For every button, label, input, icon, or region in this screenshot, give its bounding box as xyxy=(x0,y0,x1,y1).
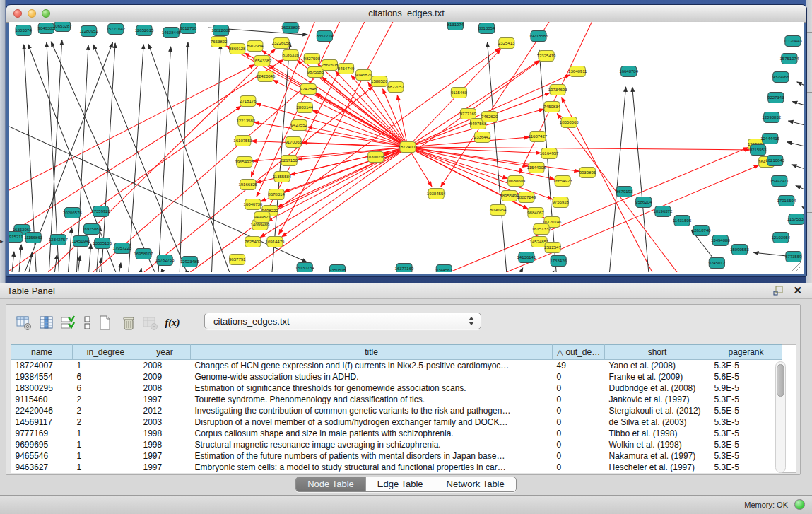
table-cell[interactable]: 0 xyxy=(553,450,605,462)
column-header-pagerank[interactable]: pagerank xyxy=(710,345,782,360)
table-cell[interactable]: 2008 xyxy=(139,360,191,372)
table-cell[interactable]: Dudbridge et al. (2008) xyxy=(605,382,710,394)
graph-node[interactable]: 9344561 xyxy=(436,265,453,273)
graph-node[interactable]: 11451941 xyxy=(71,236,90,247)
graph-node[interactable]: 2803144 xyxy=(297,103,314,113)
graph-node[interactable]: 17957223 xyxy=(112,243,131,254)
graph-node[interactable]: 8679193 xyxy=(616,187,633,197)
resize-grip-icon[interactable] xyxy=(789,259,802,272)
table-row[interactable]: 946554611997Estimation of the future num… xyxy=(11,450,782,462)
graph-node[interactable]: 8357224 xyxy=(317,31,334,42)
graph-node[interactable]: 8215953 xyxy=(750,145,767,156)
column-header-title[interactable]: title xyxy=(191,345,553,360)
table-selector-dropdown[interactable]: citations_edges.txt xyxy=(204,313,481,329)
table-cell[interactable]: 2012 xyxy=(139,405,191,416)
table-cell[interactable]: 5.6E-5 xyxy=(710,371,782,382)
table-cell[interactable]: 5.3E-5 xyxy=(710,439,782,450)
table-cell[interactable]: Hescheler et al. (1997) xyxy=(605,462,710,473)
graph-node[interactable]: 8822057 xyxy=(387,82,404,93)
graph-node[interactable]: 23226058 xyxy=(272,38,291,49)
graph-node[interactable]: 8186328 xyxy=(282,50,299,61)
table-cell[interactable]: 2003 xyxy=(139,416,191,428)
table-cell[interactable]: Jankovic et al. (1997) xyxy=(605,394,710,405)
graph-node[interactable]: 16164957 xyxy=(540,148,559,159)
graph-node[interactable]: 15090553 xyxy=(730,245,749,255)
graph-node[interactable]: 16822689 xyxy=(211,25,230,36)
graph-node[interactable]: 18550563 xyxy=(560,117,579,128)
vertical-scrollbar[interactable] xyxy=(775,361,786,473)
graph-node[interactable]: 16648784 xyxy=(619,66,638,77)
graph-node[interactable]: 12093832 xyxy=(762,112,781,123)
graph-node[interactable]: 9012766 xyxy=(180,23,197,34)
scrollbar-thumb[interactable] xyxy=(777,364,784,397)
graph-node[interactable]: 12103054 xyxy=(771,233,790,243)
graph-node[interactable]: 10653287 xyxy=(53,22,72,32)
graph-node[interactable]: 12652615 xyxy=(135,25,154,36)
graph-node[interactable]: 9499822 xyxy=(254,212,271,223)
table-row[interactable]: 1456911722003Disruption of a novel membe… xyxy=(11,416,782,428)
graph-node[interactable]: 8267150 xyxy=(281,156,298,166)
show-columns-icon[interactable] xyxy=(37,313,56,333)
graph-node[interactable]: 17359928 xyxy=(91,206,110,217)
new-column-icon[interactable] xyxy=(96,313,114,333)
table-cell[interactable]: 5.5E-5 xyxy=(710,405,782,416)
graph-node[interactable]: 10196372 xyxy=(654,206,673,217)
graph-node[interactable]: 9884067 xyxy=(527,208,544,218)
table-cell[interactable]: 1998 xyxy=(139,428,191,439)
graph-node[interactable]: 15721642 xyxy=(106,24,125,35)
graph-node[interactable]: 22420046 xyxy=(257,71,276,82)
table-cell[interactable]: Corpus callosum shape and size in male p… xyxy=(191,428,553,439)
table-cell[interactable]: 0 xyxy=(553,428,605,439)
table-cell[interactable]: 0 xyxy=(553,371,605,382)
graph-node[interactable]: 14638445 xyxy=(162,28,181,38)
table-row[interactable]: 969969511998Structural magnetic resonanc… xyxy=(11,439,782,450)
table-cell[interactable]: 5.3E-5 xyxy=(710,360,782,372)
table-cell[interactable]: 1 xyxy=(73,450,139,462)
graph-node[interactable]: 12325419 xyxy=(537,51,556,62)
graph-node[interactable]: 10688609 xyxy=(506,176,525,187)
graph-node[interactable]: 18724007 xyxy=(399,142,418,153)
graph-node[interactable]: 9242848 xyxy=(300,84,317,95)
table-cell[interactable]: Genome-wide association studies in ADHD. xyxy=(191,371,553,382)
graph-node[interactable]: 16033809 xyxy=(281,23,300,33)
column-header-year[interactable]: year xyxy=(139,345,191,360)
graph-node[interactable]: 2867608 xyxy=(322,60,339,71)
tab-node-table[interactable]: Node Table xyxy=(296,477,366,491)
graph-node[interactable]: 9329966 xyxy=(772,72,789,83)
graph-node[interactable]: 15751074 xyxy=(779,54,799,64)
graph-node[interactable]: 7663822 xyxy=(211,37,228,47)
graph-node[interactable]: 9115460 xyxy=(451,88,468,98)
graph-node[interactable]: 9939895 xyxy=(579,168,596,178)
graph-node[interactable]: 12213583 xyxy=(236,116,255,127)
table-cell[interactable]: de Silva et al. (2003) xyxy=(605,416,710,428)
graph-node[interactable]: 11355584 xyxy=(273,172,292,182)
table-row[interactable]: 911546021997Tourette syndrome. Phenomeno… xyxy=(11,394,782,405)
table-cell[interactable]: 49 xyxy=(553,360,605,372)
graph-node[interactable]: 18955494 xyxy=(500,191,519,201)
network-window[interactable]: citations_edges.txt 18724007766382288601… xyxy=(6,4,807,277)
table-cell[interactable]: 2009 xyxy=(139,371,191,382)
table-cell[interactable]: 0 xyxy=(553,416,605,428)
graph-node[interactable]: 8912934 xyxy=(247,41,264,52)
table-cell[interactable]: 9777169 xyxy=(11,428,73,439)
table-cell[interactable]: Nakamura et al. (1997) xyxy=(605,450,710,462)
table-cell[interactable]: 18300295 xyxy=(11,382,73,394)
graph-node[interactable]: 16151332 xyxy=(532,224,551,235)
graph-node[interactable]: 16107553 xyxy=(233,136,252,146)
table-cell[interactable]: Changes of HCN gene expression and I(f) … xyxy=(191,360,553,372)
graph-node[interactable]: 13640911 xyxy=(568,66,587,77)
table-cell[interactable]: 1997 xyxy=(139,450,191,462)
table-cell[interactable]: 0 xyxy=(553,405,605,416)
graph-node[interactable]: 9427552 xyxy=(290,120,307,131)
graph-node[interactable]: 11120443 xyxy=(784,36,803,47)
graph-node[interactable]: 16975887 xyxy=(82,224,101,235)
table-row[interactable]: 1872400712008Changes of HCN gene express… xyxy=(11,360,782,372)
window-titlebar[interactable]: citations_edges.txt xyxy=(6,5,806,23)
table-row[interactable]: 1830029562008Estimation of significance … xyxy=(11,382,782,394)
graph-node[interactable]: 8860128 xyxy=(229,44,246,54)
graph-node[interactable]: 7462620 xyxy=(481,112,498,122)
table-cell[interactable]: 2 xyxy=(73,416,139,428)
graph-node[interactable]: 1805574 xyxy=(15,25,32,36)
table-cell[interactable]: 5.3E-5 xyxy=(710,462,782,473)
graph-node[interactable]: 19166825 xyxy=(238,180,257,190)
